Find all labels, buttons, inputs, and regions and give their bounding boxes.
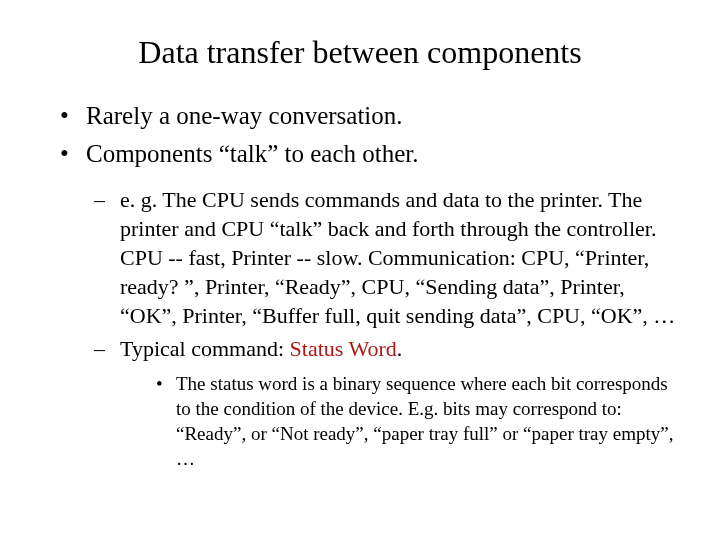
bullet-item: e. g. The CPU sends commands and data to… [94, 185, 680, 330]
bullet-list-level2: e. g. The CPU sends commands and data to… [94, 185, 680, 472]
highlight-term: Status Word [290, 336, 397, 361]
slide: Data transfer between components Rarely … [0, 0, 720, 540]
bullet-item: Rarely a one-way conversation. [60, 99, 680, 133]
bullet-list-level3: The status word is a binary sequence whe… [156, 371, 680, 471]
text-prefix: Typical command: [120, 336, 290, 361]
bullet-item: Typical command: Status Word. The status… [94, 334, 680, 471]
bullet-item: Components “talk” to each other. [60, 137, 680, 171]
bullet-list-level1: Rarely a one-way conversation. Component… [60, 99, 680, 171]
text-suffix: . [397, 336, 403, 361]
slide-title: Data transfer between components [40, 34, 680, 71]
bullet-item: The status word is a binary sequence whe… [156, 371, 680, 471]
